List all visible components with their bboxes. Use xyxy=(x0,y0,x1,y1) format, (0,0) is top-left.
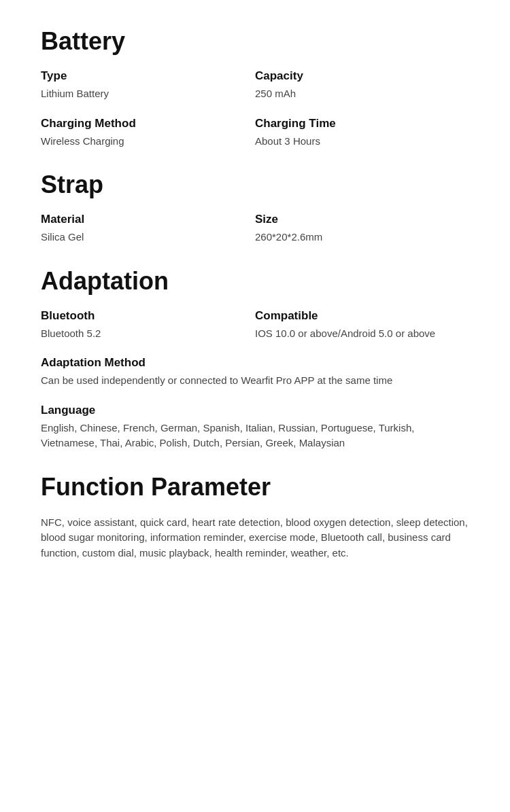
battery-type-item: Type Lithium Battery xyxy=(41,69,255,102)
adaptation-grid: Bluetooth Bluetooth 5.2 Compatible IOS 1… xyxy=(41,309,469,466)
battery-section: Battery Type Lithium Battery Capacity 25… xyxy=(41,27,469,164)
language-label: Language xyxy=(41,404,469,417)
battery-type-label: Type xyxy=(41,69,255,83)
battery-title: Battery xyxy=(41,27,469,56)
function-value: NFC, voice assistant, quick card, heart … xyxy=(41,515,469,561)
strap-size-label: Size xyxy=(255,213,469,226)
battery-charging-time-label: Charging Time xyxy=(255,117,469,130)
compatible-label: Compatible xyxy=(255,309,469,323)
battery-capacity-value: 250 mAh xyxy=(255,86,469,102)
adaptation-method-label: Adaptation Method xyxy=(41,356,469,370)
function-title: Function Parameter xyxy=(41,473,469,501)
adaptation-title: Adaptation xyxy=(41,267,469,296)
strap-material-value: Silica Gel xyxy=(41,230,255,245)
adaptation-section: Adaptation Bluetooth Bluetooth 5.2 Compa… xyxy=(41,267,469,466)
battery-charging-time-value: About 3 Hours xyxy=(255,134,469,149)
battery-charging-method-item: Charging Method Wireless Charging xyxy=(41,117,255,149)
compatible-item: Compatible IOS 10.0 or above/Android 5.0… xyxy=(255,309,469,342)
language-value: English, Chinese, French, German, Spanis… xyxy=(41,421,469,451)
battery-type-value: Lithium Battery xyxy=(41,86,255,102)
compatible-value: IOS 10.0 or above/Android 5.0 or above xyxy=(255,326,469,342)
adaptation-method-value: Can be used independently or connected t… xyxy=(41,373,469,389)
strap-title: Strap xyxy=(41,171,469,199)
battery-charging-method-value: Wireless Charging xyxy=(41,134,255,149)
battery-capacity-label: Capacity xyxy=(255,69,469,83)
strap-size-item: Size 260*20*2.6mm xyxy=(255,213,469,245)
bluetooth-item: Bluetooth Bluetooth 5.2 xyxy=(41,309,255,342)
strap-material-label: Material xyxy=(41,213,255,226)
bluetooth-value: Bluetooth 5.2 xyxy=(41,326,255,342)
battery-charging-method-label: Charging Method xyxy=(41,117,255,130)
function-section: Function Parameter NFC, voice assistant,… xyxy=(41,473,469,561)
strap-grid: Material Silica Gel Size 260*20*2.6mm xyxy=(41,213,469,260)
battery-charging-time-item: Charging Time About 3 Hours xyxy=(255,117,469,149)
strap-size-value: 260*20*2.6mm xyxy=(255,230,469,245)
battery-grid: Type Lithium Battery Capacity 250 mAh Ch… xyxy=(41,69,469,164)
adaptation-method-item: Adaptation Method Can be used independen… xyxy=(41,356,469,389)
strap-section: Strap Material Silica Gel Size 260*20*2.… xyxy=(41,171,469,260)
strap-material-item: Material Silica Gel xyxy=(41,213,255,245)
battery-capacity-item: Capacity 250 mAh xyxy=(255,69,469,102)
bluetooth-label: Bluetooth xyxy=(41,309,255,323)
language-item: Language English, Chinese, French, Germa… xyxy=(41,404,469,451)
